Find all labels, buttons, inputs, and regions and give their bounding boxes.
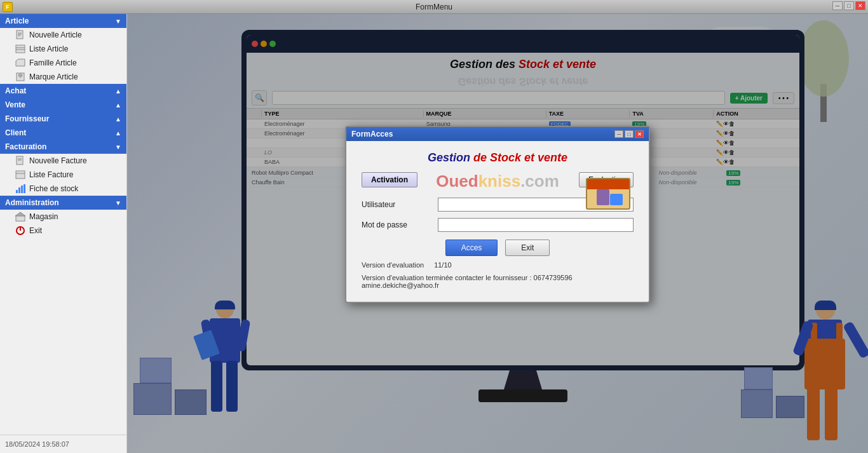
fiche-stock-icon [15,184,25,194]
maximize-button[interactable]: □ [844,1,854,10]
dialog-body: Gestion de Stock et vente Activation Eva… [346,141,649,302]
sidebar-section-client[interactable]: Client ▲ [0,126,126,140]
utilisateur-label: Utilisateur [362,200,438,209]
expand-icon-fournisseur: ▲ [115,116,121,123]
sidebar-section-achat[interactable]: Achat ▲ [0,84,126,98]
version-row: Version d'evaluation 11/10 [362,261,634,269]
sidebar-section-administration[interactable]: Administration ▼ [0,196,126,210]
svg-rect-4 [16,45,25,53]
nouvelle-facture-icon [15,156,25,166]
minimize-button[interactable]: ─ [832,1,843,10]
svg-rect-12 [16,171,25,179]
sidebar-item-exit[interactable]: Exit [0,224,126,238]
liste-facture-icon [15,170,25,180]
sidebar-section-vente[interactable]: Vente ▲ [0,98,126,112]
acces-button[interactable]: Acces [445,240,498,256]
sidebar-item-liste-facture[interactable]: Liste Facture [0,168,126,182]
liste-article-icon [15,44,25,54]
sidebar-item-magasin[interactable]: Magasin [0,210,126,224]
svg-rect-15 [18,187,20,193]
svg-rect-14 [16,190,18,193]
dialog-close[interactable]: ✕ [635,130,644,138]
login-dialog: FormAcces ─ □ ✕ Gestion de Stock et vent… [345,126,650,303]
sidebar-section-facturation[interactable]: Facturation ▼ [0,140,126,154]
version-info: Version d'evaluation terminée contacter … [362,274,634,289]
app-title: FormMenu [416,3,452,11]
dialog-action-buttons: Acces Exit [362,240,634,256]
nouvelle-article-icon [15,30,25,40]
dialog-heading-red: de Stock et vente [473,151,567,164]
magasin-icon [15,212,25,222]
dialog-heading-black: Gestion [428,151,470,164]
expand-icon-achat: ▲ [115,88,121,95]
expand-icon-client: ▲ [115,130,121,137]
sidebar-item-nouvelle-facture[interactable]: Nouvelle Facture [0,154,126,168]
shop-logo [586,178,634,226]
sidebar-section-fournisseur[interactable]: Fournisseur ▲ [0,112,126,126]
sidebar-item-fiche-stock[interactable]: Fiche de stock [0,182,126,196]
activation-button[interactable]: Activation [362,172,417,187]
exit-button[interactable]: Exit [505,240,550,256]
expand-icon-vente: ▲ [115,102,121,109]
exit-icon [15,226,25,236]
dialog-title: FormAcces [351,130,393,139]
sidebar: Article ▼ Nouvelle Article Liste Article… [0,14,127,453]
svg-rect-17 [24,184,25,193]
famille-article-icon [15,58,25,68]
version-label: Version d'evaluation [362,261,424,269]
sidebar-item-marque-article[interactable]: Marque Article [0,70,126,84]
title-bar-icon: F [3,2,13,12]
motdepasse-label: Mot de passe [362,220,438,229]
expand-icon-facturation: ▼ [115,144,121,151]
dialog-overlay: FormAcces ─ □ ✕ Gestion de Stock et vent… [127,14,868,453]
background-scene: Gestion des Stock et vente Gestion des S… [127,14,868,453]
sidebar-datetime: 18/05/2024 19:58:07 [0,435,126,453]
dialog-minimize[interactable]: ─ [614,130,623,138]
sidebar-item-famille-article[interactable]: Famille Article [0,56,126,70]
svg-marker-19 [15,212,25,216]
sidebar-item-nouvelle-article[interactable]: Nouvelle Article [0,28,126,42]
window-controls: ─ □ ✕ [832,1,865,10]
sidebar-item-liste-article[interactable]: Liste Article [0,42,126,56]
dialog-titlebar: FormAcces ─ □ ✕ [346,127,649,141]
svg-rect-16 [21,186,23,193]
close-button[interactable]: ✕ [855,1,865,10]
titlebar: F FormMenu ─ □ ✕ [0,0,868,14]
sidebar-section-article[interactable]: Article ▼ [0,14,126,28]
dialog-maximize[interactable]: □ [625,130,634,138]
main-content: Gestion des Stock et vente Gestion des S… [127,14,868,453]
dialog-heading: Gestion de Stock et vente [362,151,634,165]
marque-article-icon [15,72,25,82]
expand-icon-article: ▼ [115,18,121,25]
expand-icon-admin: ▼ [115,199,121,206]
version-value: 11/10 [434,261,452,269]
